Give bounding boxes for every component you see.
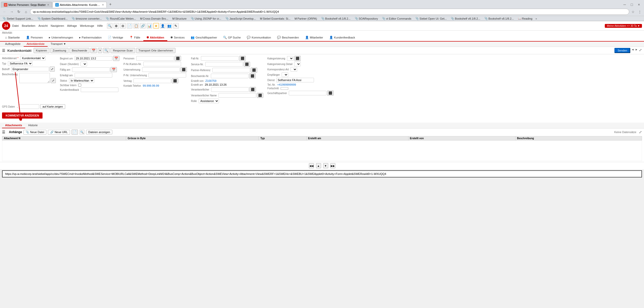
menu-hilfe[interactable]: Hilfe bbox=[97, 24, 103, 28]
kontakt-telefon-link[interactable]: 99.999.99.99 bbox=[143, 84, 159, 87]
gp-select-icon[interactable]: ⬛ bbox=[327, 91, 334, 96]
partner-referenz-input[interactable] bbox=[212, 68, 250, 72]
geschaeftspartner-input[interactable] bbox=[289, 91, 326, 95]
transport-orte-button[interactable]: Transport Orte übernehmen bbox=[136, 48, 175, 53]
bookmark-structure[interactable]: M Structure bbox=[171, 17, 188, 20]
add-button[interactable]: + bbox=[98, 48, 102, 53]
sub-tab-transport[interactable]: Transport ▼ bbox=[48, 42, 69, 47]
kommentar-button[interactable]: KOMMENTAR ANZEIGEN bbox=[2, 112, 43, 119]
bookmark-siebel-open-ui[interactable]: 📎 Siebel Open Ui: Get... bbox=[414, 17, 448, 20]
auf-karte-button[interactable]: auf Karte zeigen bbox=[40, 104, 65, 109]
beschreibung-textarea[interactable] bbox=[19, 73, 50, 83]
anhange-copy-icon[interactable]: 📄 bbox=[72, 130, 78, 135]
bookmark-jsonp[interactable]: 📎 Using JSONP for cr... bbox=[190, 17, 222, 20]
close-window-button[interactable]: × bbox=[636, 2, 642, 8]
nav-tab-kundenfeedback[interactable]: 👤 Kundenfeedback bbox=[326, 35, 358, 41]
bookmark-partner[interactable]: M Partner (ORPA) bbox=[294, 17, 318, 20]
toolbar-user2[interactable]: 👥 bbox=[167, 23, 172, 29]
verantwortlicher-name-input[interactable] bbox=[218, 93, 256, 98]
faellig-calendar-icon[interactable]: 📅 bbox=[111, 67, 117, 72]
calendar-icon-button[interactable]: 📅 bbox=[90, 48, 97, 53]
response-scan-button[interactable]: Response-Scan bbox=[111, 48, 135, 53]
bookmark-roundcube[interactable]: 📎 RoundCube Webm... bbox=[105, 17, 137, 20]
beschwerde-nr-select-icon[interactable]: ⬛ bbox=[249, 73, 256, 79]
bookmark-siebel-essentials[interactable]: M Siebel Essentials: Si... bbox=[259, 17, 292, 20]
toolbar-zoom-out[interactable]: ⊖ bbox=[120, 23, 126, 29]
bookmark-siebel[interactable]: 📎 Siebel Support Link... bbox=[2, 17, 34, 20]
bookmarks-more[interactable]: » bbox=[536, 17, 537, 20]
nav-tab-mitarbeiter[interactable]: 👤 Mitarbeiter bbox=[302, 35, 326, 41]
toolbar-link[interactable]: 🔗 bbox=[140, 23, 146, 29]
nav-tab-beschwerden[interactable]: 💬 Beschwerden bbox=[274, 35, 302, 41]
fall-nr-select-icon[interactable]: ⬛ bbox=[239, 56, 246, 61]
kundenfeedback-input[interactable] bbox=[81, 87, 118, 92]
p-nr-karten-input[interactable] bbox=[143, 62, 181, 66]
bookmark-bookshelf2[interactable]: 📎 Bookshelf v8.1/8.2... bbox=[450, 17, 481, 20]
status-select[interactable]: In Warteschlan bbox=[69, 78, 94, 83]
korrespondenz-art-select[interactable] bbox=[291, 67, 297, 72]
tab-close-1[interactable]: × bbox=[47, 3, 49, 7]
maximize-button[interactable]: □ bbox=[629, 2, 635, 8]
panel-menu-icon[interactable]: ☰ bbox=[2, 48, 5, 53]
anhange-expand-icon[interactable]: ⤢ bbox=[639, 130, 642, 134]
toolbar-edit[interactable]: ✎ bbox=[173, 23, 179, 29]
nav-tab-aktivitaeten[interactable]: ✱ Aktivitäten bbox=[143, 35, 167, 41]
forward-button[interactable]: → bbox=[9, 9, 15, 15]
service-nr-select-icon[interactable]: ⬛ bbox=[244, 62, 250, 67]
verantw-name-select-icon[interactable]: ⬛ bbox=[257, 93, 263, 98]
neue-datei-button[interactable]: 📎 Neue Datei bbox=[23, 130, 46, 135]
search-panel-button[interactable]: 🔍 bbox=[103, 48, 109, 53]
dienst-input[interactable] bbox=[276, 78, 314, 82]
meine-aktivitaeten-button[interactable]: Meine Aktivitäten <= 30 Ta ▼ bbox=[605, 24, 642, 28]
beginnt-um-input[interactable] bbox=[75, 56, 112, 61]
kategorisierung-detail-select[interactable] bbox=[294, 62, 301, 66]
toolbar-paste[interactable]: 📋 bbox=[133, 23, 139, 29]
expand-panel-icon[interactable]: ⤢ bbox=[639, 48, 642, 53]
toolbar-search[interactable]: 🔍 bbox=[107, 23, 113, 29]
bookmark-javascript[interactable]: 📎 JavaScript Develop... bbox=[224, 17, 257, 20]
toolbar-star[interactable]: ★ bbox=[153, 23, 159, 29]
nav-tab-unternehmungen[interactable]: ▸ Unternehmungen bbox=[46, 35, 76, 41]
browser-menu-button[interactable]: ⋮ bbox=[637, 9, 642, 15]
menu-bearbeiten[interactable]: Bearbeiten bbox=[22, 24, 35, 28]
rolle-select[interactable]: Assistance bbox=[199, 99, 219, 103]
p-nr-unternehmung-input[interactable] bbox=[148, 73, 186, 78]
bookmark-reading[interactable]: 📖 Reading bbox=[517, 17, 533, 20]
back-button[interactable]: ← bbox=[2, 9, 8, 15]
empfaenger-select[interactable] bbox=[282, 72, 288, 77]
nav-tab-services[interactable]: ✱ Services bbox=[167, 35, 188, 41]
sichtbar-intern-checkbox[interactable] bbox=[78, 84, 81, 87]
tab-close-2[interactable]: × bbox=[102, 3, 104, 7]
menu-werkzeuge[interactable]: Werkzeuge bbox=[80, 24, 94, 28]
verantwortlicher-input[interactable] bbox=[211, 87, 249, 92]
beginnt-calendar-icon[interactable]: 📅 bbox=[113, 56, 119, 61]
new-tab-button[interactable]: + bbox=[107, 1, 114, 8]
bookmark-star-icon[interactable]: ☆ bbox=[630, 9, 636, 15]
vertrag-input[interactable] bbox=[133, 79, 171, 83]
toolbar-copy[interactable]: 📄 bbox=[127, 23, 132, 29]
bookmark-timezone[interactable]: 📎 timezone converter... bbox=[71, 17, 103, 20]
menu-datei[interactable]: Datei bbox=[12, 24, 19, 28]
nav-arrow-left[interactable]: ◄ bbox=[631, 48, 634, 53]
menu-ansicht[interactable]: Ansicht bbox=[38, 24, 48, 28]
toolbar-zoom-in[interactable]: ⊕ bbox=[114, 23, 119, 29]
bookmark-dashboard[interactable]: 📎 System Dashboard... bbox=[36, 17, 69, 20]
senden-button[interactable]: Senden bbox=[614, 48, 630, 53]
nav-arrow-right[interactable]: ► bbox=[635, 48, 638, 53]
bottom-tab-historie[interactable]: Historie bbox=[25, 123, 41, 128]
typ-select[interactable]: Selfservice FA bbox=[8, 61, 33, 66]
beschwerde-button[interactable]: Beschwerde bbox=[70, 48, 90, 53]
partner-ref-select-icon[interactable]: ⬛ bbox=[251, 68, 257, 73]
gps-input[interactable] bbox=[19, 104, 39, 109]
service-nr-input[interactable] bbox=[205, 62, 243, 67]
personen-input[interactable] bbox=[136, 56, 174, 61]
bottom-tab-attachments[interactable]: Attachments bbox=[2, 123, 25, 128]
faellig-am-input[interactable] bbox=[72, 67, 110, 72]
kategorisierung-select-icon[interactable]: ⬛ bbox=[294, 56, 301, 61]
browser-tab-active[interactable]: A Aktivitäts-Attachments: Kundenkontakt.… bbox=[52, 2, 107, 8]
tel-nr-link[interactable]: +41999999999 bbox=[277, 83, 296, 86]
toolbar-chart[interactable]: 📊 bbox=[147, 23, 152, 29]
nav-tab-vertraege[interactable]: 📄 Verträge bbox=[105, 35, 126, 41]
toolbar-user1[interactable]: 👤 bbox=[160, 23, 166, 29]
nav-prev-button[interactable]: ▲ bbox=[316, 163, 321, 168]
